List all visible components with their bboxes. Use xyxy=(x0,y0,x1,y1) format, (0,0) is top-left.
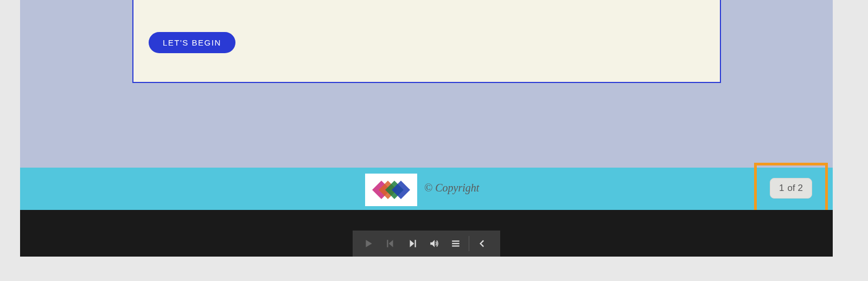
menu-button[interactable] xyxy=(445,231,467,257)
begin-button[interactable]: LET'S BEGIN xyxy=(149,32,235,53)
volume-button[interactable] xyxy=(423,231,445,257)
play-button[interactable] xyxy=(358,231,380,257)
page-total-label: of 2 xyxy=(788,183,803,194)
svg-rect-4 xyxy=(387,240,388,247)
svg-rect-5 xyxy=(415,240,416,247)
copyright-text: © Copyright xyxy=(424,182,479,194)
content-card: LET'S BEGIN xyxy=(132,0,721,83)
diamonds-logo-icon xyxy=(368,178,414,202)
page-indicator[interactable]: 1 of 2 xyxy=(770,178,812,199)
svg-rect-8 xyxy=(452,245,459,246)
step-forward-icon xyxy=(407,239,417,248)
svg-rect-6 xyxy=(452,240,459,241)
chevron-left-icon xyxy=(477,239,487,248)
step-back-icon xyxy=(386,239,395,248)
svg-rect-7 xyxy=(452,243,459,244)
volume-icon xyxy=(429,239,439,248)
logo-box xyxy=(365,174,417,206)
player-controls xyxy=(353,231,500,257)
play-icon xyxy=(364,239,374,248)
step-back-button[interactable] xyxy=(380,231,401,257)
page-current: 1 xyxy=(779,183,784,194)
footer-bar: © Copyright 1 of 2 xyxy=(20,168,833,210)
collapse-button[interactable] xyxy=(471,231,493,257)
menu-icon xyxy=(451,239,461,248)
step-forward-button[interactable] xyxy=(401,231,423,257)
player-bar xyxy=(20,210,833,257)
content-viewport: LET'S BEGIN © Copyright 1 of 2 xyxy=(20,0,833,257)
controls-divider xyxy=(469,236,469,251)
page-indicator-highlight: 1 of 2 xyxy=(754,163,828,213)
